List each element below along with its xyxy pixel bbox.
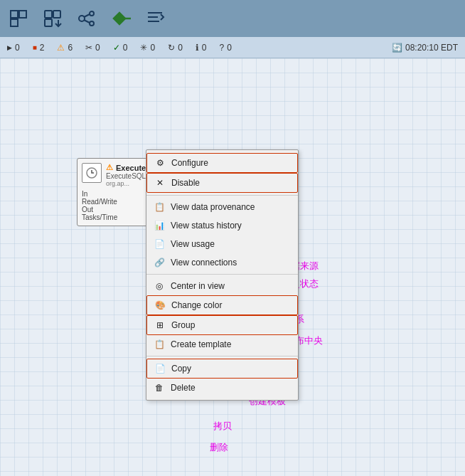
data-provenance-label: View data provenance	[171, 202, 291, 212]
create-template-label: Create template	[171, 339, 291, 349]
connect-icon[interactable]	[75, 7, 98, 30]
statusbar: ▶ 0 ■ 2 ⚠ 6 ✂ 0 ✓ 0 ✳ 0 ↻ 0 ℹ 0 ? 0 🔄 08…	[0, 37, 465, 58]
change-color-icon: 🎨	[154, 300, 166, 311]
status-running: ▶ 0	[7, 43, 20, 53]
menu-separator-3	[146, 356, 298, 356]
status-refresh-value: 0	[178, 43, 183, 53]
stop-icon: ■	[33, 43, 37, 51]
menu-separator-1	[146, 195, 298, 196]
delete-icon: 🗑	[154, 382, 165, 393]
menu-create-template[interactable]: 📋 Create template	[146, 335, 298, 354]
svg-point-8	[90, 21, 94, 26]
status-star: ✳ 0	[140, 43, 155, 53]
status-warnings-value: 6	[68, 43, 73, 53]
menu-configure[interactable]: ⚙ Configure	[146, 153, 298, 173]
status-time: 🔄 08:20:10 EDT	[392, 43, 458, 53]
context-menu: ⚙ Configure ✕ Disable 📋 View data proven…	[146, 149, 299, 401]
change-color-label: Change color	[171, 300, 290, 310]
status-star-value: 0	[150, 43, 155, 53]
disable-label: Disable	[171, 178, 290, 188]
configure-label: Configure	[171, 158, 290, 168]
warning-icon: ⚠	[57, 43, 65, 53]
status-scissors: ✂ 0	[85, 43, 100, 53]
menu-group[interactable]: ⊞ Group	[146, 315, 298, 335]
select-icon[interactable]	[7, 7, 30, 30]
question-icon: ?	[220, 43, 225, 53]
menu-view-usage[interactable]: 📄 View usage	[146, 235, 298, 253]
star-icon: ✳	[140, 43, 147, 53]
annotation-copy: 拷贝	[213, 420, 232, 433]
status-refresh: ↻ 0	[168, 43, 183, 53]
check-icon: ✓	[113, 43, 120, 53]
menu-view-status-history[interactable]: 📊 View status history	[146, 216, 298, 235]
data-provenance-icon: 📋	[154, 201, 165, 213]
status-question-value: 0	[227, 43, 232, 53]
copy-icon: 📄	[154, 363, 166, 374]
warn-icon: ⚠	[106, 163, 113, 172]
status-warnings: ⚠ 6	[57, 43, 73, 53]
view-usage-icon: 📄	[154, 238, 165, 250]
copy-label: Copy	[171, 364, 290, 374]
processor-icon	[82, 163, 102, 183]
create-template-icon: 📋	[154, 339, 165, 350]
menu-change-color[interactable]: 🎨 Change color	[146, 295, 298, 315]
svg-rect-3	[45, 11, 52, 18]
group-icon: ⊞	[154, 319, 166, 331]
status-info-value: 0	[202, 43, 207, 53]
view-connections-icon: 🔗	[154, 257, 165, 268]
status-history-icon: 📊	[154, 220, 165, 231]
move-icon[interactable]	[41, 7, 64, 30]
svg-rect-4	[53, 11, 60, 18]
time-value: 08:20:10 EDT	[405, 43, 458, 53]
annotation-delete: 删除	[210, 441, 228, 454]
svg-rect-0	[11, 11, 18, 18]
status-question: ? 0	[220, 43, 232, 53]
status-info: ℹ 0	[196, 43, 207, 53]
menu-delete[interactable]: 🗑 Delete	[146, 379, 298, 397]
toolbar	[0, 0, 465, 37]
flow-icon[interactable]	[109, 7, 132, 30]
status-check-value: 0	[123, 43, 128, 53]
edit-icon[interactable]	[144, 7, 166, 30]
delete-label: Delete	[171, 383, 291, 393]
status-stopped: ■ 2	[33, 43, 45, 53]
menu-view-connections[interactable]: 🔗 View connections	[146, 253, 298, 272]
menu-center-in-view[interactable]: ◎ Center in view	[146, 277, 298, 295]
configure-icon: ⚙	[154, 157, 166, 169]
menu-copy[interactable]: 📄 Copy	[146, 359, 298, 379]
svg-rect-2	[11, 19, 18, 26]
status-scissors-value: 0	[95, 43, 100, 53]
menu-separator-2	[146, 274, 298, 275]
refresh-icon: ↻	[168, 43, 175, 53]
play-icon: ▶	[7, 44, 12, 51]
center-in-view-label: Center in view	[171, 281, 291, 291]
disable-icon: ✕	[154, 177, 166, 189]
info-icon: ℹ	[196, 43, 199, 53]
status-history-label: View status history	[171, 221, 291, 231]
view-connections-label: View connections	[171, 258, 291, 268]
clock-icon: 🔄	[392, 43, 402, 53]
group-label: Group	[171, 320, 290, 330]
status-stopped-value: 2	[40, 43, 45, 53]
svg-rect-1	[19, 11, 26, 18]
menu-view-data-provenance[interactable]: 📋 View data provenance	[146, 198, 298, 216]
status-check: ✓ 0	[113, 43, 128, 53]
canvas-area[interactable]: ⚠ ExecuteSQL ExecuteSQL 1.8.0 org.ap... …	[0, 58, 465, 476]
status-running-value: 0	[15, 43, 20, 53]
view-usage-label: View usage	[171, 239, 291, 249]
scissors-icon: ✂	[85, 43, 92, 53]
svg-rect-5	[45, 19, 52, 26]
svg-point-7	[90, 11, 94, 16]
center-in-view-icon: ◎	[154, 280, 165, 292]
menu-disable[interactable]: ✕ Disable	[146, 173, 298, 193]
